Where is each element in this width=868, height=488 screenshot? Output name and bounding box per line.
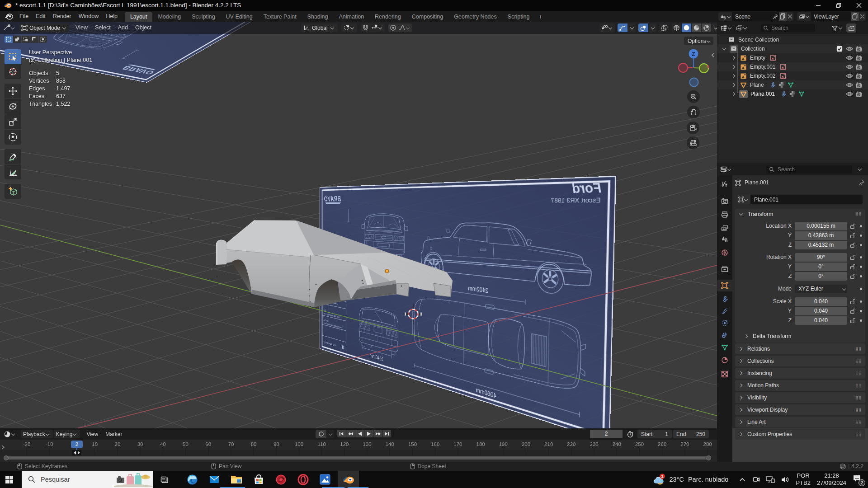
tab-uv-editing[interactable]: UV Editing	[221, 12, 258, 22]
blender-taskbar-icon[interactable]	[338, 471, 359, 488]
camera-icon[interactable]	[855, 55, 862, 61]
menu-window[interactable]: Window	[75, 11, 102, 22]
scrollbar-handle-left[interactable]	[4, 455, 9, 460]
panel-drag-handle[interactable]: ⣿⣿	[855, 408, 862, 412]
explorer-icon[interactable]	[227, 471, 245, 488]
tool-select-box[interactable]	[5, 49, 21, 64]
eye-icon[interactable]	[846, 55, 853, 61]
sidebar-toggle-arrow[interactable]	[711, 52, 715, 60]
timeline-marker-menu[interactable]: Marker	[102, 429, 126, 440]
ptab-collection[interactable]	[717, 263, 732, 275]
outliner-row-collection[interactable]: Collection	[717, 44, 868, 53]
panel-motion-paths[interactable]: Motion Paths⣿⣿	[735, 380, 865, 391]
ptab-render[interactable]	[717, 195, 732, 207]
animate-dot[interactable]	[860, 256, 862, 258]
current-frame-indicator[interactable]: 2	[71, 441, 83, 448]
lock-open-icon[interactable]	[850, 273, 855, 279]
checkbox-checked-icon[interactable]	[836, 46, 843, 52]
new-collection-button[interactable]	[846, 23, 856, 33]
camera-icon[interactable]	[855, 73, 862, 79]
unlink-scene-icon[interactable]	[787, 14, 793, 19]
tool-rotate[interactable]	[5, 99, 21, 114]
tab-layout[interactable]: Layout	[125, 12, 153, 22]
location-y-field[interactable]: 0.43863 m	[795, 231, 847, 240]
stopwatch-icon[interactable]	[627, 431, 634, 438]
keyboard-layout[interactable]: PORPTB2	[796, 472, 811, 487]
rotation-z-field[interactable]: 0°	[795, 272, 847, 281]
collapsed-chevron-icon[interactable]	[731, 74, 735, 78]
animate-dot[interactable]	[860, 275, 862, 277]
weather-widget[interactable]: 1 23°C Parc. nublado	[647, 471, 729, 488]
scrollbar-handle-right[interactable]	[706, 455, 711, 460]
lock-open-icon[interactable]	[850, 242, 855, 248]
panel-drag-handle[interactable]: ⣿⣿	[855, 212, 862, 216]
outliner-display-icon[interactable]	[736, 25, 743, 32]
panel-instancing[interactable]: Instancing⣿⣿	[735, 368, 865, 379]
outliner-row-scene-collection[interactable]: Scene Collection	[717, 35, 868, 44]
collapsed-chevron-icon[interactable]	[731, 83, 735, 87]
shading-dropdown[interactable]	[712, 23, 717, 32]
camera-view-button[interactable]	[687, 122, 699, 134]
close-button[interactable]	[856, 3, 862, 8]
panel-drag-handle[interactable]: ⣿⣿	[855, 384, 862, 388]
timeline-type-chevron-icon[interactable]	[11, 432, 15, 435]
next-keyframe-button[interactable]	[373, 430, 382, 437]
scale-y-field[interactable]: 0.040	[795, 307, 847, 315]
eye-icon[interactable]	[846, 91, 853, 97]
minimize-button[interactable]	[816, 3, 821, 8]
remove-viewlayer-icon[interactable]	[859, 14, 866, 19]
collapsed-chevron-icon[interactable]	[731, 56, 735, 60]
camera-icon[interactable]	[855, 46, 862, 52]
viewlayer-name[interactable]: ViewLayer	[811, 12, 851, 21]
menu-add[interactable]: Add	[114, 22, 132, 34]
viewlayer-chevron-icon[interactable]	[806, 14, 809, 18]
toggle-ortho-button[interactable]	[687, 136, 699, 149]
pin-icon[interactable]	[858, 179, 864, 186]
panel-collections[interactable]: Collections⣿⣿	[735, 356, 865, 366]
animate-dot[interactable]	[860, 266, 862, 268]
lock-open-icon[interactable]	[850, 308, 855, 314]
eye-icon[interactable]	[846, 46, 853, 52]
camera-icon[interactable]	[855, 91, 862, 97]
tab-scripting[interactable]: Scripting	[502, 12, 535, 22]
ptab-texture[interactable]	[717, 368, 732, 380]
ptab-tool[interactable]	[717, 178, 732, 190]
shading-wireframe[interactable]	[672, 23, 681, 32]
lock-open-icon[interactable]	[850, 223, 855, 229]
tab-modeling[interactable]: Modeling	[152, 12, 186, 22]
clock[interactable]: 21:2827/09/2024	[817, 472, 846, 487]
outliner-search[interactable]: Search	[761, 24, 815, 32]
panel-viewport-display[interactable]: Viewport Display⣿⣿	[735, 404, 865, 415]
ptab-output[interactable]	[717, 209, 732, 221]
eye-icon[interactable]	[846, 82, 853, 88]
outliner-type-icon[interactable]	[721, 25, 727, 32]
edge-icon[interactable]	[183, 471, 201, 488]
overlays-dropdown[interactable]	[649, 23, 656, 32]
tab-shading[interactable]: Shading	[302, 12, 334, 22]
scale-x-field[interactable]: 0.040	[795, 297, 847, 306]
viewport-3d[interactable]: Ford Escort XR3 1987 BRAVO 2402mm 4060mm…	[0, 22, 717, 428]
car-mesh[interactable]	[0, 22, 717, 428]
transform-panel-title[interactable]: Transform	[748, 211, 774, 217]
tool-cursor[interactable]	[5, 64, 21, 79]
tab-sculpting[interactable]: Sculpting	[186, 12, 220, 22]
panel-custom-properties[interactable]: Custom Properties⣿⣿	[735, 429, 865, 440]
keying-menu[interactable]: Keying	[54, 430, 80, 438]
tool-add-cube[interactable]	[5, 184, 21, 199]
panel-drag-handle[interactable]: ⣿⣿	[855, 396, 862, 400]
tray-display-icon[interactable]	[766, 476, 775, 483]
task-view-button[interactable]	[155, 471, 173, 488]
panel-corner-arrow[interactable]	[1, 445, 5, 450]
new-viewlayer-icon[interactable]	[851, 12, 859, 21]
mail-icon[interactable]	[205, 471, 223, 488]
outliner-row-empty[interactable]: Empty	[717, 53, 868, 62]
ptab-scene[interactable]	[717, 233, 732, 245]
animate-dot[interactable]	[860, 235, 862, 237]
ptab-physics[interactable]	[717, 317, 732, 329]
taskbar-search-box[interactable]: Pesquisar	[22, 471, 153, 488]
tool-scale[interactable]	[5, 114, 21, 129]
panel-drag-handle[interactable]: ⣿⣿	[855, 420, 862, 424]
select-mode-new[interactable]	[5, 36, 13, 43]
tray-volume-icon[interactable]	[781, 476, 789, 483]
autokey-toggle[interactable]	[316, 430, 326, 438]
